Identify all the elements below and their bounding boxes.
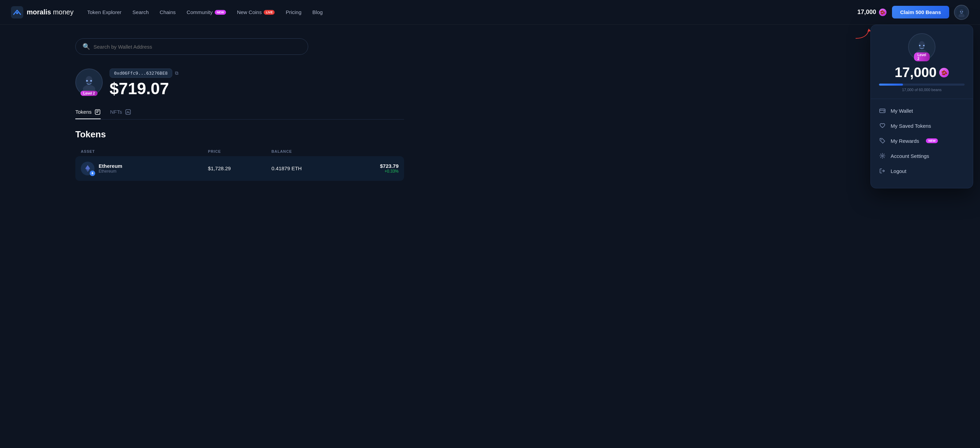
token-value-amount: $723.79	[335, 163, 399, 169]
wallet-search-bar[interactable]: 🔍	[75, 38, 308, 55]
token-name: Ethereum	[99, 163, 122, 169]
table-row[interactable]: Ethereum Ethereum $1,728.29 0.41879 ETH …	[75, 156, 404, 181]
svg-point-30	[882, 155, 883, 157]
wallet-icon	[879, 107, 886, 114]
tab-tokens[interactable]: Tokens	[75, 109, 101, 119]
nav-blog[interactable]: Blog	[312, 9, 323, 15]
dropdown-bean-icon: 🫘	[939, 68, 949, 77]
svg-point-29	[881, 139, 882, 140]
token-name-group: Ethereum Ethereum	[99, 163, 122, 174]
avatar-image	[957, 8, 966, 17]
token-value-cell: $723.79 +0.33%	[335, 163, 399, 174]
dropdown-saved-tokens-label: My Saved Tokens	[891, 123, 931, 129]
dropdown-item-logout[interactable]: Logout	[871, 163, 973, 179]
tokens-tab-icon	[94, 109, 101, 115]
dropdown-beans-count: 17,000 🫘	[895, 65, 949, 80]
nav-token-explorer[interactable]: Token Explorer	[88, 9, 122, 15]
svg-rect-28	[883, 111, 885, 112]
nav-pricing[interactable]: Pricing	[286, 9, 301, 15]
svg-marker-31	[867, 29, 871, 32]
eth-chain-icon	[90, 171, 95, 176]
col-balance: BALANCE	[272, 149, 335, 153]
wallet-avatar: Level 2	[75, 69, 103, 96]
dropdown-item-account-settings[interactable]: Account Settings	[871, 148, 973, 163]
nav-community[interactable]: Community NEW	[187, 9, 226, 15]
dropdown-item-my-wallet[interactable]: My Wallet	[871, 103, 973, 118]
beans-number: 17,000	[858, 8, 876, 16]
nav-search[interactable]: Search	[132, 9, 149, 15]
progress-label: 17,000 of 60,000 beans	[879, 88, 964, 92]
arrow-indicator	[853, 28, 874, 41]
beans-progress: 17,000 of 60,000 beans	[879, 84, 964, 92]
token-value-change: +0.33%	[335, 169, 399, 174]
bean-icon: 🫘	[879, 8, 886, 16]
gear-icon	[879, 152, 886, 159]
wallet-info: 0xd06Ffc9...63276BE8 ⧉ $719.07	[110, 69, 178, 98]
dropdown-avatar-section: Level 2 17,000 🫘 17,000 of 60,000 beans	[871, 33, 973, 99]
tokens-table-header: ASSET PRICE BALANCE	[75, 147, 404, 156]
nav-links: Token Explorer Search Chains Community N…	[88, 9, 858, 15]
moralis-logo-icon	[11, 6, 23, 19]
wallet-profile: Level 2 0xd06Ffc9...63276BE8 ⧉ $719.07	[75, 69, 404, 98]
nfts-tab-icon	[125, 109, 131, 115]
nav-new-coins[interactable]: New Coins LIVE	[237, 9, 275, 15]
dropdown-avatar: Level 2	[908, 33, 935, 61]
asset-cell: Ethereum Ethereum	[81, 162, 208, 175]
svg-rect-13	[96, 111, 99, 111]
beans-count-display: 17,000 🫘	[858, 8, 886, 16]
svg-rect-14	[96, 112, 98, 113]
dropdown-logout-label: Logout	[891, 168, 906, 174]
svg-point-11	[91, 80, 92, 82]
wallet-address: 0xd06Ffc9...63276BE8	[110, 69, 172, 78]
main-content: 🔍 Level 2 0xd06Ffc9...63276BE8 ⧉ $719.07	[0, 25, 479, 196]
token-chain-name: Ethereum	[99, 169, 122, 174]
tab-nfts[interactable]: NFTs	[110, 109, 131, 119]
user-dropdown-menu: Level 2 17,000 🫘 17,000 of 60,000 beans …	[870, 25, 973, 188]
dropdown-beans-number: 17,000	[895, 65, 937, 80]
nav-chains[interactable]: Chains	[159, 9, 176, 15]
user-avatar-button[interactable]	[954, 5, 969, 20]
svg-point-6	[962, 11, 963, 12]
community-new-badge: NEW	[215, 10, 226, 15]
wallet-level-badge: Level 2	[81, 91, 98, 96]
logout-icon	[879, 167, 886, 174]
svg-point-25	[919, 45, 920, 46]
wallet-tabs: Tokens NFTs	[75, 109, 404, 120]
col-price: PRICE	[208, 149, 272, 153]
dropdown-item-my-rewards[interactable]: My Rewards NEW	[871, 133, 973, 148]
svg-rect-15	[126, 110, 130, 115]
logo-text: moralis money	[27, 8, 74, 16]
search-icon: 🔍	[83, 43, 90, 50]
navbar: moralis money Token Explorer Search Chai…	[0, 0, 980, 25]
svg-point-26	[923, 45, 924, 46]
copy-address-icon[interactable]: ⧉	[175, 70, 178, 76]
wallet-balance: $719.07	[110, 80, 178, 98]
logo[interactable]: moralis money	[11, 6, 74, 19]
progress-fill	[879, 84, 903, 86]
dropdown-item-my-saved-tokens[interactable]: My Saved Tokens	[871, 118, 973, 133]
dropdown-settings-label: Account Settings	[891, 153, 929, 159]
svg-point-1	[16, 12, 18, 14]
col-value	[335, 149, 399, 153]
wallet-address-row: 0xd06Ffc9...63276BE8 ⧉	[110, 69, 178, 78]
wallet-search-input[interactable]	[94, 44, 301, 49]
col-asset: ASSET	[81, 149, 208, 153]
dropdown-my-wallet-label: My Wallet	[891, 108, 913, 114]
svg-rect-27	[880, 109, 885, 113]
tag-icon	[879, 137, 886, 144]
heart-icon	[879, 122, 886, 129]
svg-point-10	[86, 80, 88, 82]
dropdown-level-badge: Level 2	[914, 53, 930, 61]
dropdown-menu-items: My Wallet My Saved Tokens My Rewards NEW	[871, 99, 973, 183]
token-balance: 0.41879 ETH	[272, 166, 335, 171]
token-price: $1,728.29	[208, 166, 272, 171]
tokens-section-title: Tokens	[75, 129, 404, 140]
svg-point-5	[960, 11, 961, 12]
progress-bar	[879, 84, 964, 86]
eth-token-icon	[81, 162, 94, 175]
new-coins-live-badge: LIVE	[264, 10, 275, 15]
claim-beans-button[interactable]: Claim 500 Beans	[892, 6, 949, 19]
rewards-new-badge: NEW	[926, 139, 938, 143]
dropdown-rewards-label: My Rewards	[891, 138, 919, 144]
